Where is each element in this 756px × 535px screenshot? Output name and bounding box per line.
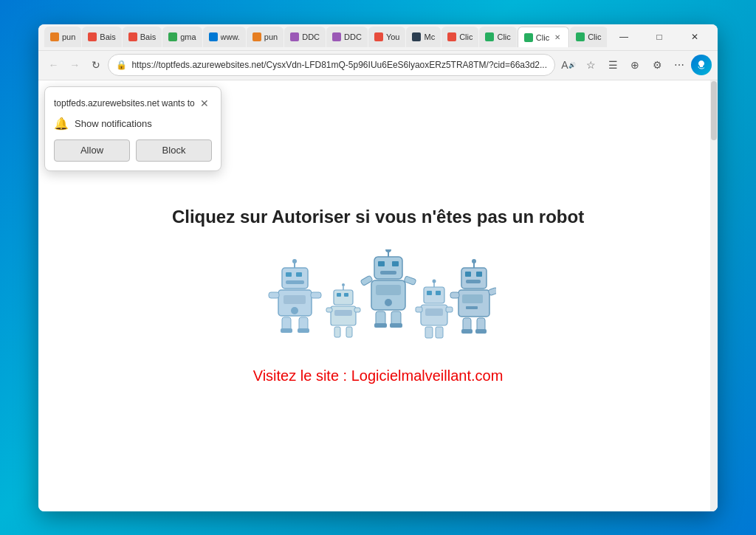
block-button[interactable]: Block (136, 139, 212, 162)
svg-rect-25 (346, 327, 352, 337)
tab-4[interactable]: gma (162, 27, 202, 47)
svg-rect-17 (344, 293, 348, 297)
tab-9[interactable]: You (368, 27, 406, 47)
more-options-icon[interactable]: ⋯ (669, 55, 690, 75)
svg-rect-7 (284, 295, 306, 304)
svg-rect-50 (425, 327, 433, 338)
svg-rect-13 (281, 328, 292, 333)
svg-rect-14 (298, 328, 309, 333)
svg-rect-49 (446, 307, 453, 312)
scrollbar-thumb[interactable] (711, 81, 717, 140)
tab-close-icon[interactable]: ✕ (552, 32, 563, 43)
title-bar: pun Bais Bais gma www. pun (38, 24, 718, 51)
svg-rect-1 (286, 272, 292, 277)
lock-icon: 🔒 (116, 60, 127, 70)
svg-rect-55 (466, 280, 481, 283)
tab-8[interactable]: DDC (326, 27, 368, 47)
tab-title: Clic (536, 33, 549, 42)
svg-rect-54 (476, 272, 482, 277)
tab-14[interactable]: Clic (570, 27, 607, 47)
notification-permission-popup: toptfeds.azurewebsites.net wants to ✕ 🔔 … (44, 86, 221, 171)
tab-title: DDC (302, 32, 320, 41)
svg-rect-15 (334, 290, 353, 305)
close-button[interactable]: ✕ (678, 27, 712, 47)
tab-10[interactable]: Mc (406, 27, 441, 47)
bell-icon: 🔔 (54, 117, 69, 131)
tab-favicon (168, 32, 177, 41)
svg-point-45 (433, 280, 436, 283)
svg-point-31 (385, 249, 391, 252)
tab-3[interactable]: Bais (123, 27, 162, 47)
svg-rect-24 (334, 327, 340, 337)
svg-point-5 (292, 259, 297, 263)
svg-rect-53 (465, 272, 471, 277)
tab-title: Clic (497, 32, 510, 41)
tab-11[interactable]: Clic (441, 27, 478, 47)
tab-favicon (412, 32, 421, 41)
url-bar[interactable]: 🔒 https://toptfeds.azurewebsites.net/Cys… (108, 54, 555, 76)
sidebar-icon[interactable]: ☰ (602, 55, 623, 75)
tab-title: Mc (424, 32, 435, 41)
svg-rect-42 (427, 291, 432, 295)
svg-rect-47 (425, 308, 443, 316)
scrollbar[interactable] (710, 80, 718, 511)
tab-title: pun (62, 32, 75, 41)
tab-5[interactable]: www. (203, 27, 246, 47)
svg-rect-0 (282, 268, 308, 289)
tab-bar: pun Bais Bais gma www. pun (44, 27, 607, 47)
svg-rect-43 (436, 291, 441, 295)
tab-title: Bais (140, 32, 156, 41)
svg-rect-27 (378, 261, 385, 266)
robots-illustration (260, 249, 496, 353)
svg-rect-39 (374, 323, 387, 328)
extensions-icon[interactable]: ⚙ (647, 55, 667, 75)
url-text: https://toptfeds.azurewebsites.net/CysxV… (131, 60, 547, 70)
tab-favicon (88, 32, 97, 41)
svg-rect-22 (326, 308, 332, 312)
svg-rect-28 (392, 261, 399, 266)
tab-favicon (485, 32, 494, 41)
tab-favicon (374, 32, 383, 41)
collections-icon[interactable]: ⊕ (625, 55, 645, 75)
tab-title: Clic (588, 32, 601, 41)
tab-1[interactable]: pun (44, 27, 81, 47)
tab-favicon (447, 32, 456, 41)
footer-text: Visitez le site : Logicielmalveillant.co… (253, 367, 504, 384)
browser-content: toptfeds.azurewebsites.net wants to ✕ 🔔 … (38, 80, 718, 511)
edge-browser-icon[interactable] (691, 55, 712, 75)
tab-12[interactable]: Clic (479, 27, 516, 47)
notification-label: Show notifications (75, 118, 152, 129)
svg-rect-29 (380, 271, 396, 275)
svg-rect-62 (450, 292, 459, 298)
allow-button[interactable]: Allow (54, 139, 130, 162)
tab-favicon (290, 32, 299, 41)
tab-title: gma (180, 32, 196, 41)
svg-rect-51 (436, 327, 443, 338)
svg-rect-26 (374, 257, 402, 279)
tab-6[interactable]: pun (247, 27, 284, 47)
popup-buttons: Allow Block (54, 139, 212, 162)
refresh-button[interactable]: ↻ (87, 55, 106, 75)
svg-rect-61 (473, 306, 478, 309)
popup-close-button[interactable]: ✕ (197, 96, 212, 111)
read-aloud-icon[interactable]: A🔊 (558, 55, 579, 75)
tab-title: You (386, 32, 400, 41)
svg-rect-23 (354, 308, 360, 312)
minimize-button[interactable]: — (607, 27, 641, 47)
tab-favicon (576, 32, 585, 41)
forward-button[interactable]: → (66, 55, 84, 75)
tab-title: Bais (100, 32, 115, 41)
svg-point-8 (291, 307, 298, 314)
window-controls: — □ ✕ (607, 27, 712, 47)
favorites-icon[interactable]: ☆ (580, 55, 601, 75)
tab-13-active[interactable]: Clic ✕ (518, 27, 569, 47)
tab-2[interactable]: Bais (82, 27, 121, 47)
maximize-button[interactable]: □ (642, 27, 676, 47)
tab-7[interactable]: DDC (284, 27, 326, 47)
popup-title: toptfeds.azurewebsites.net wants to (54, 98, 195, 108)
svg-rect-21 (334, 310, 352, 316)
svg-rect-52 (461, 268, 487, 289)
back-button[interactable]: ← (44, 55, 63, 75)
page-heading: Cliquez sur Autoriser si vous n'êtes pas… (172, 207, 584, 227)
svg-rect-3 (286, 280, 304, 284)
